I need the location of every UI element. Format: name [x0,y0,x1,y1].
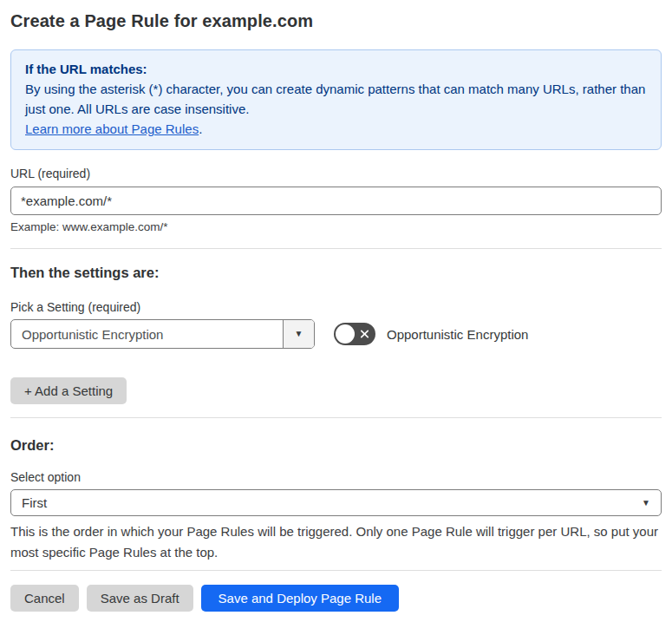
divider [10,417,662,418]
setting-dropdown[interactable]: Opportunistic Encryption ▼ [10,319,315,349]
link-period: . [199,121,202,136]
url-field-label: URL (required) [10,167,662,180]
order-select-value: First [22,495,47,510]
url-match-info-box: If the URL matches: By using the asteris… [10,49,662,150]
page-title: Create a Page Rule for example.com [10,0,662,31]
footer-actions: Cancel Save as Draft Save and Deploy Pag… [10,585,662,612]
url-example-text: Example: www.example.com/* [10,220,662,233]
settings-section-heading: Then the settings are: [10,265,662,281]
chevron-down-icon: ▼ [295,330,303,338]
divider [10,570,662,571]
save-deploy-button[interactable]: Save and Deploy Page Rule [201,585,399,612]
x-icon [359,329,370,340]
toggle-label: Opportunistic Encryption [387,327,528,342]
add-setting-button[interactable]: + Add a Setting [10,377,127,404]
select-option-label: Select option [10,470,662,484]
cancel-button[interactable]: Cancel [10,585,79,612]
save-draft-button[interactable]: Save as Draft [87,585,193,612]
order-help-text: This is the order in which your Page Rul… [10,521,662,563]
info-box-heading: If the URL matches: [25,59,647,79]
info-box-link-line: Learn more about Page Rules. [25,119,647,139]
setting-dropdown-value: Opportunistic Encryption [11,320,283,348]
setting-row: Opportunistic Encryption ▼ Opportunistic… [10,319,662,349]
toggle-knob [336,324,355,344]
divider [10,248,662,249]
learn-more-link[interactable]: Learn more about Page Rules [25,121,199,136]
setting-dropdown-arrow-button[interactable]: ▼ [283,320,314,348]
chevron-down-icon: ▼ [642,499,650,507]
pick-setting-label: Pick a Setting (required) [10,300,662,314]
url-input[interactable] [10,187,662,215]
order-select[interactable]: First ▼ [10,489,662,516]
info-box-body: By using the asterisk (*) character, you… [25,79,647,119]
opportunistic-encryption-toggle[interactable] [334,323,375,345]
order-section-heading: Order: [10,437,662,454]
